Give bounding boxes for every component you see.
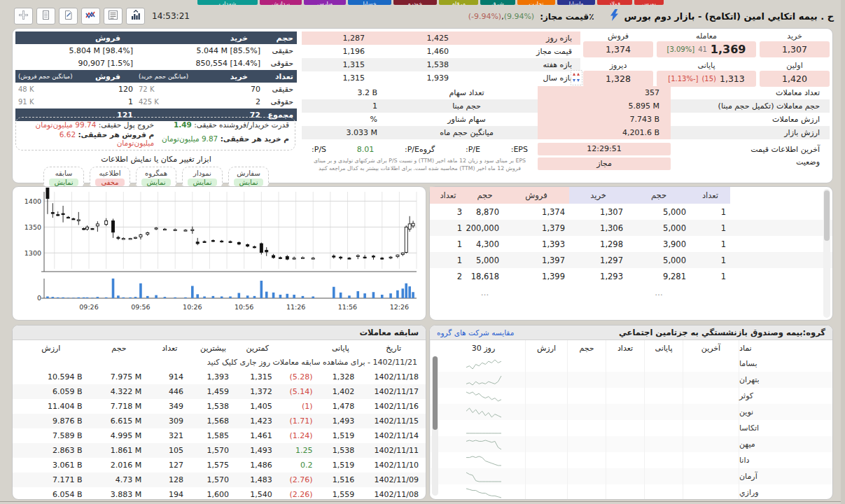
first-price: 1,420 (760, 71, 830, 87)
stock-tab-label: مرقام (439, 1, 478, 5)
group-header: تعداد (606, 340, 644, 356)
group-cell-count (606, 468, 644, 484)
stat-right-value: 357 (538, 86, 671, 99)
history-row: 7.589 B4.995 M3211,5851,461(1.24)1,51914… (13, 428, 426, 443)
group-symbol-row[interactable]: ورازي (430, 484, 832, 500)
stock-tab[interactable]: بورس (634, 0, 664, 5)
history-cell: 1402/11/10 (361, 461, 426, 470)
group-header: ارزش (525, 340, 567, 356)
range-label: بازه روز (475, 34, 580, 43)
group-symbol-row[interactable]: بساما (430, 356, 832, 372)
stock-tab[interactable]: خودرو (393, 0, 437, 5)
history-cell: 321 (148, 431, 190, 440)
orders-icon (41, 10, 51, 22)
sell-price: 1,374 (583, 41, 653, 57)
history-cell: 1,461 (236, 431, 279, 440)
order-book-cell: 1,293 (569, 268, 627, 284)
group-symbol-row[interactable]: دانا (430, 452, 832, 468)
order-book-cell: 1 (690, 220, 730, 236)
orders-button[interactable] (36, 8, 55, 24)
window-bottom-divider (0, 501, 845, 502)
order-book-panel: تعدادحجمفروشخریدحجمتعداد 38,8701,3741,30… (429, 186, 833, 321)
close-header: پایانی (657, 61, 756, 70)
history-cell: (1.71) (279, 416, 320, 426)
group-symbol-row[interactable]: ميهن (430, 436, 832, 452)
order-book-row[interactable]: 14,3001,3931,2983,9001 (430, 236, 832, 252)
order-book-row[interactable]: 1200,0001,3791,3065,0001 (430, 220, 832, 236)
group-symbol-name: آرمان (739, 468, 832, 484)
history-cell: 6.615 M (90, 416, 149, 426)
stock-tab[interactable]: تجارت (517, 0, 555, 5)
stock-tab-label: شهداب (197, 1, 258, 5)
group-cell-close (644, 404, 683, 420)
history-cell: 9.876 B (13, 416, 90, 426)
history-header: حجم (90, 344, 149, 353)
price-limit-values: (-9.94%),(9.94%) (468, 12, 535, 21)
order-book-row[interactable]: 15,0001,3971,2975,0001 (430, 252, 832, 268)
stock-tab[interactable]: شرق (480, 0, 515, 5)
compare-group-link[interactable]: مقایسه شرکت های گروه (437, 328, 514, 337)
market-watch-button[interactable] (126, 8, 145, 24)
order-book-scrollbar[interactable] (823, 189, 830, 318)
volume-table: حجم خرید فروش حقیقی 5.044 M [85.5%] 5.80… (15, 31, 297, 122)
group-cell-close (644, 436, 683, 452)
stat-mid-label: حجم مبنا (396, 102, 538, 111)
range-low: 1,315 (307, 60, 391, 69)
stat-row: تعداد معاملات357تعداد سهام3.2 B (302, 86, 830, 99)
move-button[interactable] (14, 8, 33, 24)
stock-tab[interactable]: فولاد (597, 0, 632, 5)
group-cell-volume (567, 404, 606, 420)
group-scrollbar[interactable] (432, 356, 438, 496)
group-cell-close (644, 420, 683, 436)
today-history-link[interactable]: 1402/11/21 - برای مشاهده سابقه معاملات ر… (13, 356, 426, 370)
group-cell-value (525, 452, 567, 468)
group-symbol-row[interactable]: نوين (430, 404, 832, 420)
stock-tab[interactable]: مرقام (439, 0, 478, 5)
group-symbol-row[interactable]: بتهران (430, 372, 832, 388)
history-cell: 7.589 B (13, 431, 90, 440)
stock-tab[interactable]: وپارس (304, 0, 346, 5)
group-symbol-row[interactable]: كوثر (430, 388, 832, 404)
details-list-icon (108, 10, 118, 22)
group-symbol-row[interactable]: آرمان (430, 468, 832, 484)
price-panel: خرید معامله فروش 1,307 1,36941[3.09%] 1,… (583, 31, 830, 90)
history-cell: 1402/11/14 (361, 431, 426, 440)
eps-note: EPS بر مبنای سود و زیان 12 ماهه اخیر (TT… (302, 158, 538, 173)
range-high: 1,538 (391, 60, 475, 69)
group-cell-last (683, 468, 739, 484)
buy-price: 1,307 (760, 41, 830, 57)
tool-chip-label: سفارش (234, 169, 263, 177)
group-symbol-row[interactable]: اتكاسا (430, 420, 832, 436)
history-cell: 1402/11/09 (361, 475, 426, 484)
group-symbol-name: دانا (739, 452, 832, 468)
stock-tab[interactable]: ولساپا (557, 0, 595, 5)
group-header: 30 روز (430, 340, 525, 356)
history-cell: 1,459 (190, 387, 236, 396)
order-book-cell: 18,618 (466, 268, 503, 284)
stock-tab[interactable]: شهداب (197, 0, 258, 5)
stock-tab[interactable]: پردازش (260, 0, 302, 5)
group-header: حجم (567, 340, 606, 356)
sparkline-30d (430, 372, 525, 388)
group-cell-value (525, 468, 567, 484)
sparkline-30d (430, 404, 525, 420)
order-book-row[interactable]: 218,6181,3991,2939,2811 (430, 268, 832, 284)
history-row: 6.059 B4.322 M4461,4591,372(5.14)1,40214… (13, 384, 426, 399)
technical-chart-button[interactable] (81, 8, 100, 24)
new-order-button[interactable] (59, 8, 78, 24)
history-cell: 1,570 (190, 475, 236, 484)
stock-tab[interactable]: خساپا (348, 0, 391, 5)
history-header: پایانی (320, 344, 362, 353)
details-button[interactable] (104, 8, 123, 24)
history-cell: 7.975 M (90, 372, 149, 382)
history-cell: 1,493 (236, 446, 279, 455)
group-cell-volume (567, 372, 606, 388)
order-book-cell: 1,307 (569, 204, 627, 220)
history-row: 9.876 B6.615 M3091,5681,423(1.71)1,49314… (13, 414, 426, 428)
order-book-cell: 9,281 (627, 268, 690, 284)
order-book-row[interactable]: 38,8701,3741,3075,0001 (430, 204, 832, 220)
stat-row: ارزش معاملات7.743 Bسهام شناور% (302, 113, 830, 126)
order-book-cell (690, 284, 730, 300)
group-cell-close (644, 468, 683, 484)
eps-label: EPS: (511, 145, 528, 154)
